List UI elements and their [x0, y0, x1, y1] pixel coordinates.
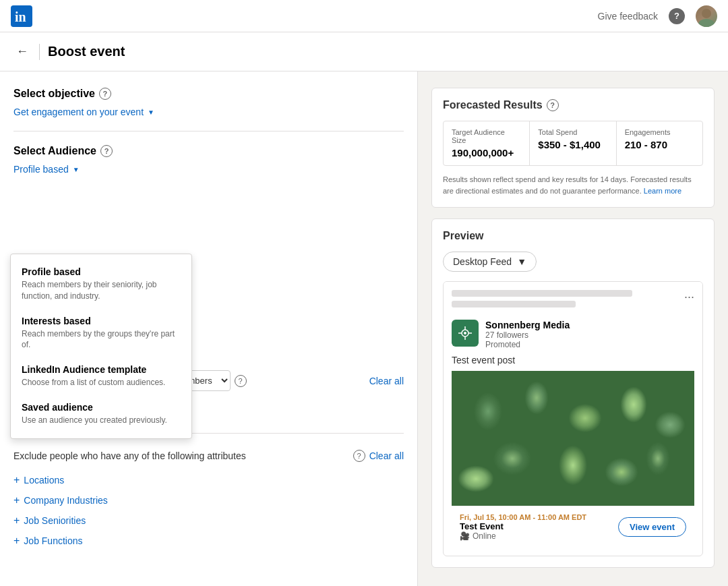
ad-event-info: Fri, Jul 15, 10:00 AM - 11:00 AM EDT Tes… — [460, 513, 586, 541]
dropdown-item-profile-based[interactable]: Profile based Reach members by their sen… — [11, 260, 191, 309]
company-name: Sonnenberg Media — [485, 320, 570, 330]
dropdown-item-title-1: Interests based — [22, 316, 181, 326]
ad-image — [452, 371, 694, 506]
skeleton-bar-1 — [452, 290, 632, 297]
top-nav: in Give feedback ? — [0, 0, 728, 32]
ad-company-row: Sonnenberg Media 27 followers Promoted — [444, 320, 702, 355]
back-button[interactable]: ← — [13, 42, 31, 61]
forecasted-title: Forecasted Results ? — [443, 99, 703, 111]
objective-dropdown[interactable]: Get engagement on your event ▼ — [13, 107, 404, 117]
exclude-help-icon[interactable]: ? — [353, 450, 365, 462]
dropdown-item-desc-1: Reach members by the groups they're part… — [22, 328, 181, 351]
audience-dropdown-button[interactable]: Profile based ▼ — [13, 164, 80, 175]
give-feedback-button[interactable]: Give feedback — [598, 11, 659, 22]
metric-engagements: Engagements 210 - 870 — [617, 121, 702, 165]
ad-event-footer: Fri, Jul 15, 10:00 AM - 11:00 AM EDT Tes… — [452, 506, 694, 548]
svg-point-2 — [702, 9, 711, 18]
add-job-seniorities-button[interactable]: + Job Seniorities — [13, 510, 86, 531]
audience-dropdown-menu: Profile based Reach members by their sen… — [10, 254, 192, 439]
user-avatar[interactable] — [696, 5, 717, 27]
svg-point-3 — [698, 19, 715, 27]
metric-total-spend: Total Spend $350 - $1,400 — [530, 121, 616, 165]
help-icon[interactable]: ? — [669, 8, 685, 24]
include-clear-all-button[interactable]: Clear all — [369, 376, 404, 386]
dropdown-item-title-2: LinkedIn Audience template — [22, 364, 181, 375]
company-logo — [452, 320, 479, 347]
audience-help-icon[interactable]: ? — [100, 145, 113, 157]
exclude-label-row: Exclude people who have any of the follo… — [13, 450, 404, 462]
add-job-functions-label: Job Functions — [24, 535, 82, 546]
add-locations-button[interactable]: + Locations — [13, 470, 64, 490]
objective-help-icon[interactable]: ? — [99, 88, 111, 100]
right-panel: Forecasted Results ? Target Audience Siz… — [418, 71, 728, 586]
forecasted-help-icon[interactable]: ? — [547, 99, 559, 111]
svg-text:in: in — [15, 9, 26, 24]
exclude-section: Exclude people who have any of the follo… — [13, 450, 404, 551]
select-objective-label: Select objective ? — [13, 88, 404, 100]
dropdown-item-saved-audience[interactable]: Saved audience Use an audience you creat… — [11, 395, 191, 433]
objective-value: Get engagement on your event — [13, 107, 144, 117]
audience-value: Profile based — [13, 164, 69, 175]
plus-icon-seniorities: + — [13, 515, 20, 527]
add-locations-label: Locations — [24, 475, 64, 486]
ad-event-location: 🎥 Online — [460, 531, 586, 541]
audience-dropdown-arrow: ▼ — [73, 166, 80, 173]
left-panel: Select objective ? Get engagement on you… — [0, 71, 418, 586]
add-company-industries-button[interactable]: + Company Industries — [13, 490, 108, 510]
objective-dropdown-arrow: ▼ — [148, 109, 154, 116]
exclude-clear-all-button[interactable]: Clear all — [369, 450, 404, 461]
forecasted-note: Results shown reflect spend and key resu… — [443, 174, 703, 196]
ad-card-header: ··· — [444, 282, 702, 320]
main-layout: Select objective ? Get engagement on you… — [0, 71, 728, 586]
dropdown-item-title-0: Profile based — [22, 266, 181, 277]
ad-event-name: Test Event — [460, 521, 586, 531]
select-objective-text: Select objective — [13, 88, 95, 100]
ad-post-text: Test event post — [452, 355, 694, 365]
feed-select-label: Desktop Feed — [453, 256, 512, 267]
ad-event-location-text: Online — [473, 531, 496, 541]
svg-point-5 — [464, 332, 466, 334]
metric-spend-value: $350 - $1,400 — [538, 139, 607, 150]
add-job-functions-button[interactable]: + Job Functions — [13, 531, 83, 551]
add-job-seniorities-label: Job Seniorities — [24, 515, 86, 526]
skeleton-bar-2 — [452, 301, 576, 307]
include-help-icon[interactable]: ? — [235, 375, 247, 387]
metric-engagements-label: Engagements — [625, 128, 694, 136]
dropdown-item-desc-0: Reach members by their seniority, job fu… — [22, 279, 181, 302]
forecasted-results-card: Forecasted Results ? Target Audience Siz… — [431, 88, 715, 208]
metric-audience-label: Target Audience Size — [452, 128, 521, 144]
dropdown-item-interests-based[interactable]: Interests based Reach members by the gro… — [11, 309, 191, 358]
metric-audience-value: 190,000,000+ — [452, 147, 521, 158]
dropdown-item-desc-2: Choose from a list of custom audiences. — [22, 377, 181, 388]
dropdown-item-title-3: Saved audience — [22, 402, 181, 413]
section-divider-1 — [13, 131, 404, 131]
exclude-label-text: Exclude people who have any of the follo… — [13, 450, 349, 461]
learn-more-link[interactable]: Learn more — [644, 187, 681, 195]
metric-engagements-value: 210 - 870 — [625, 139, 694, 150]
select-audience-label: Select Audience ? — [13, 145, 404, 157]
preview-card: Preview Desktop Feed ▼ ··· — [431, 218, 715, 568]
view-event-button[interactable]: View event — [618, 517, 686, 537]
company-followers: 27 followers — [485, 330, 570, 340]
metric-audience-size: Target Audience Size 190,000,000+ — [444, 121, 530, 165]
preview-title: Preview — [443, 230, 703, 242]
forecasted-title-text: Forecasted Results — [443, 99, 543, 111]
select-objective-section: Select objective ? Get engagement on you… — [13, 88, 404, 117]
metrics-row: Target Audience Size 190,000,000+ Total … — [443, 121, 703, 166]
nav-left: in — [11, 5, 32, 27]
preview-select-row: Desktop Feed ▼ — [443, 252, 703, 272]
feed-select-arrow-icon: ▼ — [517, 256, 526, 267]
ad-event-date: Fri, Jul 15, 10:00 AM - 11:00 AM EDT — [460, 513, 586, 521]
select-audience-text: Select Audience — [13, 145, 96, 157]
feed-select[interactable]: Desktop Feed ▼ — [443, 252, 537, 272]
plus-icon-functions: + — [13, 535, 20, 547]
ad-company-info: Sonnenberg Media 27 followers Promoted — [485, 320, 570, 349]
video-icon: 🎥 — [460, 531, 470, 541]
linkedin-logo-icon: in — [11, 5, 32, 27]
add-company-industries-label: Company Industries — [24, 495, 108, 506]
dropdown-item-audience-template[interactable]: LinkedIn Audience template Choose from a… — [11, 357, 191, 395]
plus-icon-industries: + — [13, 494, 20, 506]
ad-body: Test event post Fri, Jul 15, 10:00 AM - … — [444, 355, 702, 556]
more-options-icon[interactable]: ··· — [684, 290, 694, 304]
nav-right: Give feedback ? — [598, 5, 718, 27]
